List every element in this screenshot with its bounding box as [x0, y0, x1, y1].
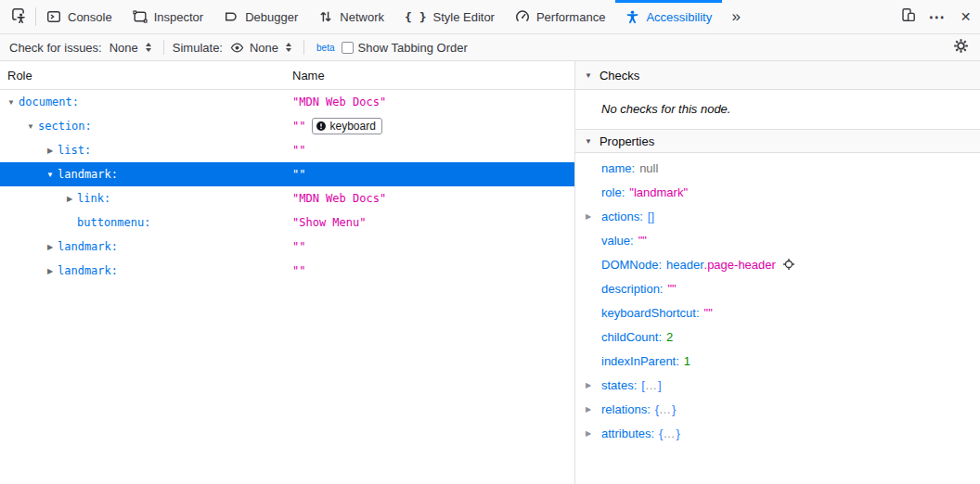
twisty-collapsed-icon[interactable]: ▶ — [586, 212, 591, 221]
select-arrows-icon — [146, 43, 151, 52]
check-for-issues-label: Check for issues: — [9, 41, 102, 55]
tab-performance[interactable]: Performance — [505, 0, 615, 33]
properties-section-header[interactable]: ▼ Properties — [575, 129, 980, 153]
badge-label: keyboard — [329, 120, 375, 133]
row-role: document: — [19, 96, 79, 108]
property-row-actions: ▶ actions: [] — [575, 204, 980, 228]
keyboard-audit-badge[interactable]: keyboard — [312, 118, 381, 134]
accessibility-icon — [625, 9, 639, 24]
accessibility-picker-button[interactable] — [0, 0, 35, 33]
row-name: "" keyboard — [292, 118, 382, 134]
tab-label: Network — [340, 10, 384, 24]
devtools-menu-button[interactable]: ⋯ — [922, 0, 951, 33]
meatball-menu-icon: ⋯ — [929, 7, 946, 27]
show-tabbing-order-control: Show Tabbing Order — [342, 41, 468, 55]
property-row-value: value: "" — [575, 228, 980, 252]
property-label: DOMNode: — [601, 258, 662, 272]
tab-style-editor[interactable]: { } Style Editor — [394, 0, 505, 33]
tab-label: Console — [68, 10, 112, 24]
property-label: attributes: — [601, 427, 654, 440]
property-label: childCount: — [601, 330, 662, 344]
role-column-header: Role — [0, 69, 32, 83]
tab-console[interactable]: Console — [36, 0, 122, 33]
tree-row-link[interactable]: ▶ link: "MDN Web Docs" — [0, 186, 574, 210]
show-tabbing-order-label[interactable]: Show Tabbing Order — [358, 41, 468, 55]
property-label: keyboardShortcut: — [601, 306, 700, 320]
tree-row-landmark[interactable]: ▶ landmark: "" — [0, 259, 574, 283]
property-label: value: — [601, 234, 634, 248]
performance-icon — [515, 9, 530, 24]
twisty-collapsed-icon[interactable]: ▶ — [43, 146, 58, 155]
row-role: landmark: — [58, 240, 118, 253]
checks-section-header[interactable]: ▼ Checks — [575, 61, 980, 90]
property-row-attributes: ▶ attributes: {…} — [575, 421, 980, 445]
accessibility-sidebar: ▼ Checks No checks for this node. ▼ Prop… — [575, 61, 980, 484]
property-row-keyboardshortcut: keyboardShortcut: "" — [575, 300, 980, 325]
twisty-expanded-icon[interactable]: ▼ — [4, 98, 19, 107]
tree-row-buttonmenu[interactable]: ▶ buttonmenu: "Show Menu" — [0, 210, 574, 235]
properties-title: Properties — [600, 134, 654, 148]
style-editor-icon: { } — [405, 10, 426, 24]
tree-column-headers: Role Name — [0, 61, 574, 90]
accessibility-pick-icon — [10, 7, 26, 27]
property-value: null — [639, 161, 658, 175]
show-tabbing-order-checkbox[interactable] — [342, 42, 354, 54]
property-row-role: role: "landmark" — [575, 180, 980, 204]
property-row-name: name: null — [575, 156, 980, 180]
checks-title: Checks — [600, 69, 639, 83]
tree-row-landmark[interactable]: ▶ landmark: "" — [0, 235, 574, 259]
twisty-collapsed-icon[interactable]: ▶ — [586, 429, 591, 438]
eye-icon — [230, 41, 244, 55]
tab-accessibility[interactable]: Accessibility — [615, 0, 722, 33]
inspect-node-button[interactable] — [782, 258, 795, 271]
toolbar-separator — [163, 40, 164, 55]
property-row-indexinparent: indexInParent: 1 — [575, 349, 980, 373]
settings-button[interactable] — [941, 34, 980, 60]
tab-inspector[interactable]: Inspector — [122, 0, 213, 33]
property-label: role: — [601, 185, 625, 199]
row-name: "" — [292, 240, 305, 253]
simulate-select[interactable]: None — [226, 40, 295, 56]
row-role: buttonmenu: — [77, 216, 150, 229]
property-label: name: — [601, 161, 635, 175]
check-for-issues-select[interactable]: None — [106, 40, 155, 56]
tab-overflow-button[interactable]: » — [722, 0, 750, 33]
properties-list: name: null role: "landmark" ▶ actions: [… — [575, 153, 980, 445]
checks-empty-message: No checks for this node. — [575, 90, 980, 129]
tree-row-list[interactable]: ▶ list: "" — [0, 138, 574, 162]
tab-network[interactable]: Network — [308, 0, 394, 33]
row-name: "MDN Web Docs" — [292, 96, 386, 108]
row-name: "" — [292, 168, 305, 181]
twisty-expanded-icon[interactable]: ▼ — [23, 122, 38, 131]
twisty-collapsed-icon[interactable]: ▶ — [43, 243, 58, 251]
property-value: "" — [704, 306, 713, 320]
twisty-expanded-icon: ▼ — [585, 137, 592, 146]
property-value: {…} — [655, 402, 677, 416]
twisty-collapsed-icon[interactable]: ▶ — [43, 267, 58, 275]
tree-row-document[interactable]: ▼ document: "MDN Web Docs" — [0, 90, 574, 114]
row-role: section: — [38, 120, 92, 133]
property-value: {…} — [659, 427, 680, 440]
tab-debugger[interactable]: Debugger — [213, 0, 308, 33]
row-name: "" — [292, 264, 305, 277]
responsive-design-mode-button[interactable] — [894, 0, 922, 33]
close-devtools-button[interactable]: ✕ — [951, 0, 980, 33]
twisty-collapsed-icon[interactable]: ▶ — [62, 195, 77, 203]
chevron-double-right-icon: » — [731, 7, 740, 26]
property-row-childcount: childCount: 2 — [575, 325, 980, 349]
domnode-class[interactable]: .page-header — [704, 258, 776, 272]
tab-label: Inspector — [154, 10, 203, 24]
tree-row-section[interactable]: ▼ section: "" keyboard — [0, 114, 574, 138]
property-label: relations: — [601, 402, 651, 416]
domnode-tag-link[interactable]: header — [666, 258, 703, 272]
devtools-window: Console Inspector Debugger — [0, 0, 980, 484]
property-row-states: ▶ states: […] — [575, 373, 980, 397]
simulate-label: Simulate: — [173, 41, 223, 55]
tree-row-landmark-selected[interactable]: ▼ landmark: "" — [0, 162, 574, 186]
twisty-collapsed-icon[interactable]: ▶ — [586, 405, 591, 414]
property-row-relations: ▶ relations: {…} — [575, 397, 980, 421]
twisty-expanded-icon[interactable]: ▼ — [43, 171, 58, 179]
property-row-description: description: "" — [575, 276, 980, 300]
twisty-collapsed-icon[interactable]: ▶ — [586, 381, 591, 389]
property-label: actions: — [601, 210, 643, 223]
